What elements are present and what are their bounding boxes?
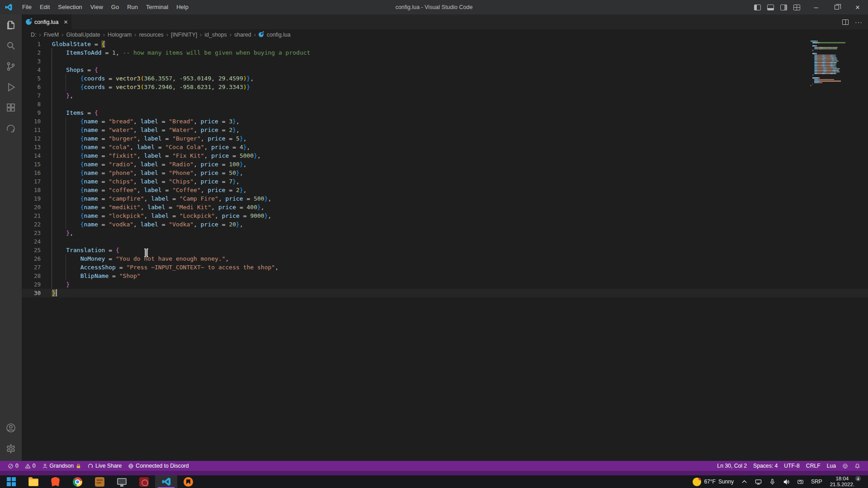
- code-line[interactable]: 18 {name = "coffee", label = "Coffee", p…: [22, 186, 868, 194]
- code-line[interactable]: 20 {name = "medikit", label = "Medi Kit"…: [22, 203, 868, 211]
- code-line[interactable]: 21 {name = "lockpick", label = "Lockpick…: [22, 211, 868, 220]
- taskbar-fivem[interactable]: [177, 475, 199, 488]
- code-line[interactable]: 14 {name = "fixkit", label = "Fix Kit", …: [22, 151, 868, 160]
- extensions-icon[interactable]: [0, 98, 22, 118]
- code-line[interactable]: 13 {name = "cola", label = "Coca Cola", …: [22, 143, 868, 151]
- language-indicator[interactable]: SRP: [808, 475, 826, 488]
- minimap[interactable]: [811, 40, 856, 87]
- status-feedback[interactable]: [839, 461, 851, 471]
- source-control-icon[interactable]: [0, 56, 22, 77]
- code-line[interactable]: 6 {coords = vector3(376.2946, -958.6231,…: [22, 83, 868, 91]
- code-line[interactable]: 23 },: [22, 229, 868, 237]
- run-debug-icon[interactable]: [0, 77, 22, 98]
- clock[interactable]: 18:04 21.5.2022.: [826, 475, 858, 488]
- code-line[interactable]: 29 }: [22, 280, 868, 289]
- breadcrumb-item-id-shops[interactable]: id_shops: [203, 32, 227, 38]
- live-share-activity-icon[interactable]: [0, 118, 22, 139]
- status-grandson[interactable]: Grandson: [39, 461, 85, 471]
- token: label: [147, 204, 165, 211]
- notification-center[interactable]: 4: [859, 475, 865, 488]
- status-0[interactable]: 0: [22, 461, 39, 471]
- menu-item-selection[interactable]: Selection: [54, 0, 86, 14]
- taskbar-vscode[interactable]: [155, 475, 177, 488]
- toggle-sidebar-icon[interactable]: [754, 5, 761, 10]
- search-icon[interactable]: [0, 35, 22, 56]
- taskbar-app-red[interactable]: [133, 475, 155, 488]
- code-line[interactable]: 1GlobalState = {: [22, 40, 868, 48]
- status-0[interactable]: 0: [5, 461, 22, 471]
- breadcrumb-item-shared[interactable]: shared: [233, 32, 252, 38]
- customize-layout-icon[interactable]: [793, 5, 800, 10]
- taskbar-file-explorer[interactable]: [22, 475, 44, 488]
- code-line[interactable]: 17 {name = "chips", label = "Chips", pri…: [22, 177, 868, 186]
- code-line[interactable]: 12 {name = "burger", label = "Burger", p…: [22, 134, 868, 143]
- more-actions-icon[interactable]: ···: [855, 19, 863, 26]
- toggle-panel-icon[interactable]: [767, 5, 774, 10]
- menu-item-view[interactable]: View: [86, 0, 107, 14]
- code-line[interactable]: 27 AccessShop = "Press ~INPUT_CONTEXT~ t…: [22, 263, 868, 272]
- breadcrumb-item-d-[interactable]: D:: [30, 32, 37, 38]
- status-ln-30-col-2[interactable]: Ln 30, Col 2: [714, 461, 750, 471]
- status-crlf[interactable]: CRLF: [803, 461, 824, 471]
- code-line[interactable]: 7 },: [22, 91, 868, 100]
- code-line[interactable]: 30}: [22, 289, 868, 297]
- code-line[interactable]: 9 Items = {: [22, 108, 868, 117]
- tab-config-lua[interactable]: config.lua ✕: [22, 14, 71, 29]
- code-line[interactable]: 10 {name = "bread", label = "Bread", pri…: [22, 117, 868, 126]
- status-bell[interactable]: [851, 461, 863, 471]
- taskbar-app-orange[interactable]: [89, 475, 111, 488]
- breadcrumb-item-hologram[interactable]: Hologram: [107, 32, 132, 38]
- explorer-icon[interactable]: [0, 14, 22, 35]
- code-line[interactable]: 3: [22, 57, 868, 66]
- restore-button[interactable]: [826, 0, 847, 14]
- code-line[interactable]: 8: [22, 100, 868, 108]
- menu-item-go[interactable]: Go: [107, 0, 123, 14]
- breadcrumb-item-globalupdate[interactable]: GlobalUpdate: [65, 32, 101, 38]
- status-spaces-4[interactable]: Spaces: 4: [750, 461, 781, 471]
- code-line[interactable]: 19 {name = "campfire", label = "Camp Fir…: [22, 194, 868, 203]
- menu-item-file[interactable]: File: [18, 0, 36, 14]
- minimize-button[interactable]: ─: [806, 0, 826, 14]
- start-button[interactable]: [0, 475, 22, 488]
- minimap-token: [840, 68, 840, 69]
- close-button[interactable]: ✕: [847, 0, 868, 14]
- tray-network[interactable]: [752, 475, 765, 488]
- code-line[interactable]: 28 BlipName = "Shop": [22, 272, 868, 280]
- toggle-secondary-sidebar-icon[interactable]: [780, 5, 787, 10]
- code-line[interactable]: 5 {coords = vector3(366.3557, -953.0149,…: [22, 74, 868, 83]
- breadcrumb-item-config-lua[interactable]: config.lua: [266, 32, 292, 38]
- status-connected-to-discord[interactable]: Connected to Discord: [125, 461, 192, 471]
- breadcrumb-item--infinity-[interactable]: [INFINITY]: [170, 32, 198, 38]
- split-editor-icon[interactable]: [842, 19, 849, 25]
- breadcrumb-item-resources[interactable]: resources: [138, 32, 165, 38]
- status-lua[interactable]: Lua: [824, 461, 839, 471]
- tray-volume[interactable]: [780, 475, 793, 488]
- tray-microphone[interactable]: [766, 475, 779, 488]
- settings-gear-icon[interactable]: [0, 438, 22, 459]
- account-icon[interactable]: [0, 418, 22, 438]
- token: [52, 135, 80, 142]
- code-line[interactable]: 16 {name = "phone", label = "Phone", pri…: [22, 169, 868, 177]
- taskbar-chrome[interactable]: [66, 475, 89, 488]
- code-line[interactable]: 2 ItemsToAdd = 1, -- how many items will…: [22, 48, 868, 57]
- tab-close-icon[interactable]: ✕: [62, 19, 70, 26]
- tray-overflow-chevron[interactable]: [738, 475, 751, 488]
- code-line[interactable]: 22 {name = "vodka", label = "Vodka", pri…: [22, 220, 868, 229]
- taskbar-app-monitor[interactable]: [111, 475, 133, 488]
- status-live-share[interactable]: Live Share: [85, 461, 125, 471]
- menu-item-edit[interactable]: Edit: [36, 0, 54, 14]
- menu-item-terminal[interactable]: Terminal: [142, 0, 172, 14]
- code-line[interactable]: 15 {name = "radio", label = "Radio", pri…: [22, 160, 868, 169]
- code-line[interactable]: 11 {name = "water", label = "Water", pri…: [22, 126, 868, 134]
- taskbar-brave[interactable]: [44, 475, 66, 488]
- minimap-line: [811, 73, 856, 74]
- menu-item-help[interactable]: Help: [172, 0, 193, 14]
- status-utf-8[interactable]: UTF-8: [781, 461, 803, 471]
- code-line[interactable]: 4 Shops = {: [22, 66, 868, 74]
- menu-item-run[interactable]: Run: [123, 0, 142, 14]
- tray-cast[interactable]: [794, 475, 807, 488]
- token: [52, 221, 80, 228]
- weather-widget[interactable]: 67°F Sunny: [689, 475, 737, 488]
- code-line[interactable]: 24: [22, 237, 868, 246]
- breadcrumb-item-fivem[interactable]: FiveM: [43, 32, 60, 38]
